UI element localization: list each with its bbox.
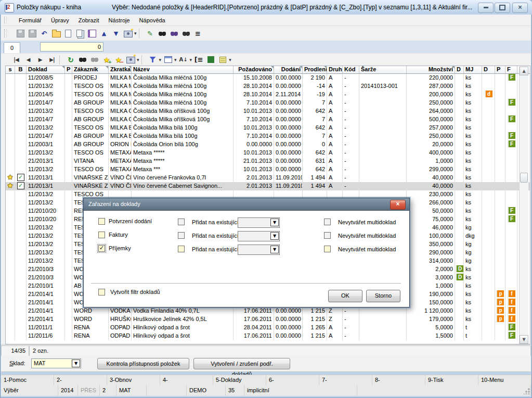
save-icon-button[interactable] — [15, 28, 26, 39]
columns-dd-icon[interactable]: ▾ — [229, 57, 231, 62]
storno-button[interactable]: Storno — [366, 290, 400, 302]
restore-button[interactable] — [495, 3, 510, 13]
table-row-12[interactable]: 11/2013/2TESCO OSMETAXA 3*Metaxa ***10.0… — [6, 165, 530, 174]
column-header-prodleni[interactable]: Prodlení — [303, 66, 327, 73]
new-doc-icon-button[interactable] — [62, 28, 74, 39]
chevron-down-icon[interactable]: ▼ — [270, 232, 279, 240]
nav-prev-icon-button[interactable]: ◀ — [22, 54, 34, 66]
table-row-1[interactable]: 11/2008/5PRODEJMILKA M...Čokoláda Milka … — [6, 74, 530, 82]
column-header-d1[interactable]: D — [455, 66, 464, 73]
nav-snapshot-icon-button[interactable] — [125, 54, 136, 66]
doc-type-checkbox-1[interactable] — [98, 218, 105, 225]
close-button[interactable]: × — [512, 3, 528, 13]
column-header-d2[interactable]: D — [482, 66, 495, 73]
chevron-down-icon[interactable]: ▼ — [72, 360, 80, 367]
column-header-s[interactable]: s — [6, 66, 15, 73]
doc-type-checkbox-3[interactable]: ✓ — [98, 245, 105, 252]
fkey-1[interactable]: 1-Pomoc — [1, 375, 54, 386]
create-filter-checkbox[interactable] — [98, 289, 105, 296]
existing-doc-combobox-3[interactable]: ▼ — [238, 245, 280, 255]
notebook-icon-button[interactable] — [86, 28, 98, 39]
context-menu-icon-button[interactable]: ≡ — [192, 28, 204, 39]
fkey-9[interactable]: 9-Tisk — [425, 375, 478, 386]
column-header-pozadovano[interactable]: Požadováno — [233, 66, 274, 73]
column-header-kod[interactable]: Kód — [343, 66, 359, 73]
snapshot-dd-icon[interactable]: ▾ — [137, 57, 139, 62]
vytvoreni-button[interactable]: Vytvoření / zrušení podř. dokladů — [193, 358, 290, 369]
table-row-31[interactable]: 11/2011/1RENAODPAD H...Hliníkový odpad a… — [6, 324, 530, 332]
table-row-29[interactable]: 21/2014/1WORDVODKA F...Vodka Finlandia 4… — [6, 307, 530, 315]
table-row-30[interactable]: 21/2014/1WORDHRUŠKO...Hruškovice Jelínek… — [6, 315, 530, 324]
menu-item-1[interactable]: Formulář — [15, 16, 46, 25]
row-checkbox-checked[interactable]: ✓ — [17, 182, 24, 189]
dialog-close-button[interactable]: × — [390, 200, 406, 210]
columns-icon-button[interactable] — [217, 54, 228, 66]
doc-type-checkbox-2[interactable] — [98, 232, 105, 238]
export-excel-icon-button[interactable] — [205, 54, 216, 66]
column-header-doklad[interactable]: Doklad — [27, 66, 65, 73]
row-checkbox-checked[interactable]: ✓ — [17, 174, 24, 181]
menu-item-5[interactable]: Nápověda — [135, 16, 170, 25]
add-mark-icon-button[interactable]: ★+ — [101, 54, 112, 66]
table-row-7[interactable]: 11/2013/2TESCO OSMILKA BÍ...Čokoláda Mil… — [6, 124, 530, 132]
table-row-4[interactable]: 11/2014/7AB GROUPMILKA M...Čokoláda Milk… — [6, 99, 530, 107]
filter-icon-button[interactable] — [147, 54, 159, 66]
open-folder-icon-button[interactable] — [50, 28, 62, 39]
chevron-down-icon[interactable]: ▼ — [270, 219, 279, 226]
fkey-4[interactable]: 4- — [160, 375, 213, 386]
column-header-zakaznik[interactable]: Zákazník — [72, 66, 109, 73]
column-header-dodani[interactable]: Dodáni — [274, 66, 303, 73]
sklad-combobox[interactable]: MAT ▼ — [31, 358, 81, 368]
menu-item-3[interactable]: Zobrazit — [74, 16, 103, 25]
no-multidoc-checkbox-3[interactable] — [324, 246, 331, 252]
save-as-icon-button[interactable] — [27, 28, 38, 39]
table-row-6[interactable]: 11/2014/7AB GROUPMILKA O...Čokoláda Milk… — [6, 115, 530, 124]
chevron-down-icon[interactable]: ▼ — [270, 246, 279, 253]
add-existing-checkbox-2[interactable] — [178, 232, 185, 239]
scrollbar-thumb[interactable] — [520, 173, 528, 183]
table-row-13[interactable]: ★✓11/2013/1VINAŘSKÉ ZVÍNO ČE...Víno červ… — [6, 174, 530, 182]
form-view-icon-button[interactable] — [162, 54, 174, 66]
table-row-5[interactable]: 11/2013/2TESCO OSMILKA O...Čokoláda Milk… — [6, 107, 530, 115]
column-header-f[interactable]: F — [505, 66, 517, 73]
table-row-9[interactable]: 11/2003/1AB GROUPORION B...Čokoláda Orio… — [6, 140, 530, 149]
column-header-mnozstvi[interactable]: Množství — [407, 66, 455, 73]
table-row-32[interactable]: 11/2011/6RENAODPAD H...Hliníkový odpad a… — [6, 332, 530, 340]
bulk-change-icon-button[interactable]: ✎ — [145, 28, 156, 39]
minimize-button[interactable] — [478, 3, 494, 13]
table-row-2[interactable]: 11/2013/2TESCO OSMILKA M...Čokoláda Milk… — [6, 82, 530, 91]
column-header-mj[interactable]: MJ — [464, 66, 482, 73]
nav-first-icon-button[interactable]: |◀ — [10, 54, 22, 66]
fkey-2[interactable]: 2- — [54, 375, 107, 386]
move-up-icon-button[interactable]: ▲ — [98, 28, 110, 39]
nav-find-dim-icon-button[interactable] — [89, 54, 100, 66]
scroll-up-icon[interactable]: ▲ — [520, 67, 528, 75]
snapshot-dropdown-icon[interactable]: ▾ — [134, 31, 137, 36]
nav-last-icon-button[interactable]: ▶| — [46, 54, 58, 66]
table-row-3[interactable]: 11/2014/5TESCO OSMILKA M...Čokoláda Milk… — [6, 91, 530, 99]
remove-mark-icon-button[interactable]: ★− — [113, 54, 124, 66]
sort-az-icon-button[interactable]: A↓ — [178, 54, 189, 66]
column-header-zkratka1[interactable]: Zkratka 1 — [109, 66, 132, 73]
scroll-down-icon[interactable]: ▼ — [520, 335, 528, 344]
fkey-6[interactable]: 6- — [266, 375, 319, 386]
record-number-input[interactable]: 0 — [40, 42, 103, 52]
kontrola-button[interactable]: Kontrola přístupnosti položek — [97, 358, 189, 369]
table-row-11[interactable]: 21/2013/1VITANAMETAXA 5*Metaxa *****21.0… — [6, 157, 530, 165]
menu-item-2[interactable]: Úpravy — [47, 16, 73, 25]
table-row-10[interactable]: 11/2013/2TESCO OSMETAXA 5*Metaxa *****10… — [6, 149, 530, 157]
move-down-icon-button[interactable]: ▼ — [110, 28, 122, 39]
column-header-p2[interactable]: P — [495, 66, 505, 73]
existing-doc-combobox-2[interactable]: ▼ — [238, 231, 280, 241]
column-header-b[interactable]: B — [15, 66, 27, 73]
menu-item-4[interactable]: Nástroje — [105, 16, 134, 25]
undo-icon-button[interactable]: ↶ — [38, 28, 50, 39]
table-row-8[interactable]: 11/2014/7AB GROUPMILKA BÍ...Čokoláda Mil… — [6, 132, 530, 140]
column-header-sarze[interactable]: Šarže — [359, 66, 407, 73]
add-existing-checkbox-3[interactable] — [178, 246, 185, 252]
filter-dd-icon[interactable]: ▾ — [159, 57, 162, 62]
nav-next-icon-button[interactable]: ▶ — [34, 54, 46, 66]
fkey-8[interactable]: 8- — [372, 375, 425, 386]
fkey-5[interactable]: 5-Doklady — [213, 375, 266, 386]
find-adv-icon-button[interactable] — [180, 28, 192, 39]
